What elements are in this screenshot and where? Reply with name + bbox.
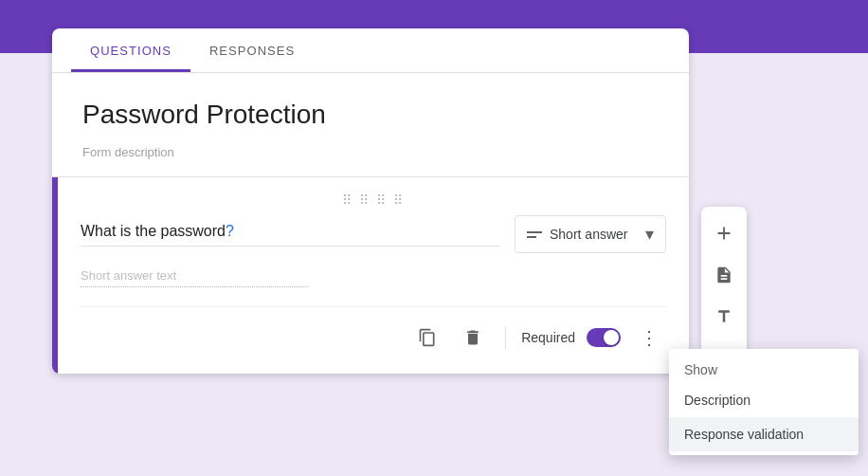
short-answer-placeholder: Short answer text	[81, 268, 308, 287]
form-description[interactable]: Form description	[82, 145, 659, 159]
import-questions-button[interactable]	[705, 256, 743, 294]
tab-questions[interactable]: QUESTIONS	[71, 28, 190, 72]
toggle-knob	[604, 330, 619, 345]
delete-button[interactable]	[456, 320, 490, 355]
tabs: QUESTIONS RESPONSES	[52, 28, 689, 73]
add-icon	[714, 223, 734, 244]
required-toggle[interactable]	[587, 328, 621, 347]
short-answer-icon	[527, 231, 542, 238]
form-card: QUESTIONS RESPONSES Password Protection …	[52, 28, 689, 374]
question-text-main: What is the password	[81, 223, 226, 239]
vertical-divider	[505, 326, 506, 349]
form-title: Password Protection	[82, 100, 659, 130]
answer-type-label: Short answer	[550, 227, 638, 242]
question-card: ⠿ ⠿ ⠿ ⠿ What is the password? Short answ…	[52, 177, 689, 374]
drag-handle: ⠿ ⠿ ⠿ ⠿	[81, 192, 666, 208]
required-label: Required	[521, 330, 575, 345]
context-menu: Show Description Response validation	[669, 349, 859, 455]
context-menu-response-validation[interactable]: Response validation	[669, 417, 859, 451]
answer-type-dropdown[interactable]: Short answer ▾	[515, 215, 666, 253]
context-menu-description[interactable]: Description	[669, 383, 859, 417]
tab-responses[interactable]: RESPONSES	[190, 28, 314, 72]
question-mark: ?	[226, 223, 234, 239]
context-menu-show-label: Show	[669, 353, 859, 383]
import-icon	[714, 265, 733, 284]
trash-icon	[463, 328, 482, 347]
copy-button[interactable]	[410, 320, 444, 355]
title-icon	[714, 307, 733, 326]
add-title-button[interactable]	[705, 298, 743, 336]
add-question-button[interactable]	[705, 214, 743, 252]
question-footer: Required ⋮	[81, 306, 666, 355]
chevron-down-icon: ▾	[645, 224, 654, 245]
question-row: What is the password? Short answer ▾	[81, 215, 666, 253]
question-text[interactable]: What is the password?	[81, 223, 499, 247]
form-header: Password Protection Form description	[52, 73, 689, 176]
copy-icon	[418, 328, 437, 347]
more-options-button[interactable]: ⋮	[632, 322, 666, 353]
toggle-track[interactable]	[587, 328, 621, 347]
